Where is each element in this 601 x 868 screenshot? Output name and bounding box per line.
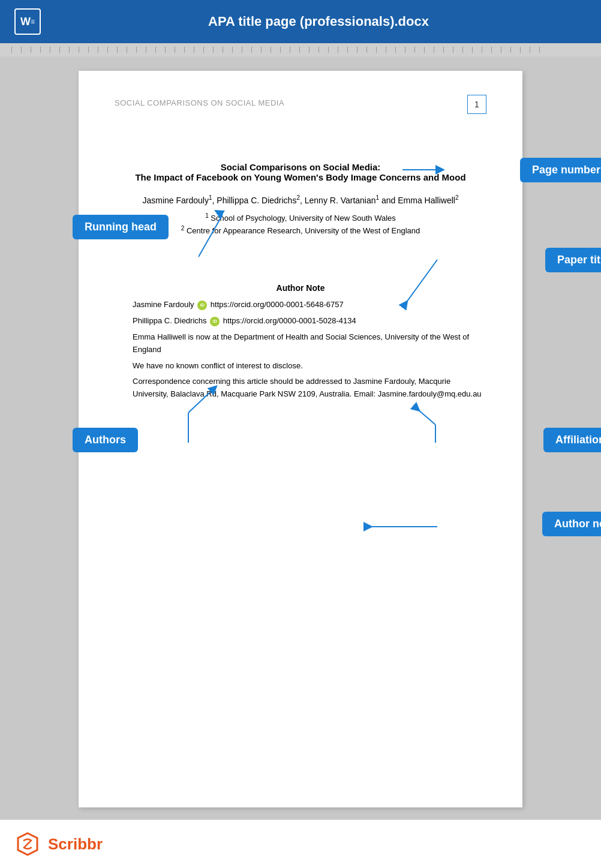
title-bar: W≡ APA title page (professionals).docx (0, 0, 601, 43)
author-note-section: Author Note Jasmine Fardouly iD https://… (115, 283, 486, 401)
running-head-annotation: Running head (73, 215, 169, 239)
orcid-line-1: Jasmine Fardouly iD https://orcid.org/00… (115, 299, 486, 311)
author-note-annotation: Author note (542, 512, 601, 536)
paper-title-sub: The Impact of Facebook on Young Women's … (115, 172, 486, 182)
svg-line-6 (413, 406, 435, 425)
author-note-label: Author note (542, 512, 601, 536)
authors-line: Jasmine Fardouly1, Phillippa C. Diedrich… (115, 194, 486, 205)
page-number-label: Page number (520, 158, 601, 182)
orcid-line-2: Phillippa C. Diedrichs iD https://orcid.… (115, 315, 486, 328)
orcid-icon-1: iD (197, 301, 207, 310)
author-note-para-3: Emma Halliwell is now at the Department … (115, 331, 486, 356)
word-icon: W≡ (14, 8, 41, 35)
affiliation-1: 1 School of Psychology, University of Ne… (115, 212, 486, 223)
author-note-para-5: Correspondence concerning this article s… (115, 376, 486, 401)
page-number-box: 1 (467, 95, 486, 114)
running-head-label: Running head (73, 215, 169, 239)
document-title: APA title page (professionals).docx (50, 14, 587, 29)
authors-label: Authors (73, 428, 138, 452)
ruler: // Generate ruler ticks inline after bod… (0, 43, 601, 56)
document-page: SOCIAL COMPARISONS ON SOCIAL MEDIA 1 Run… (79, 71, 522, 807)
author-note-title: Author Note (115, 283, 486, 293)
running-head-text: SOCIAL COMPARISONS ON SOCIAL MEDIA (115, 98, 284, 107)
main-area: SOCIAL COMPARISONS ON SOCIAL MEDIA 1 Run… (0, 56, 601, 819)
paper-title-annotation: Paper title (545, 248, 601, 272)
footer: Scribbr (0, 819, 601, 868)
paper-title-section: Social Comparisons on Social Media: The … (115, 162, 486, 182)
affiliation-2: 2 Centre for Appearance Research, Univer… (115, 225, 486, 235)
author-note-para-4: We have no known conflict of interest to… (115, 360, 486, 373)
affiliations-label: Affiliations (543, 428, 601, 452)
scribbr-brand-name: Scribbr (48, 835, 103, 854)
affiliations-annotation: Affiliations (543, 428, 601, 452)
page-number-annotation: Page number (520, 158, 601, 182)
authors-annotation: Authors (73, 428, 138, 452)
paper-title-label: Paper title (545, 248, 601, 272)
doc-header: SOCIAL COMPARISONS ON SOCIAL MEDIA 1 (115, 95, 486, 114)
orcid-icon-2: iD (210, 317, 220, 326)
author-fardouly: Jasmine Fardouly1, Phillippa C. Diedrich… (142, 196, 458, 205)
scribbr-logo-icon (14, 831, 41, 857)
paper-title-main: Social Comparisons on Social Media: (115, 162, 486, 172)
